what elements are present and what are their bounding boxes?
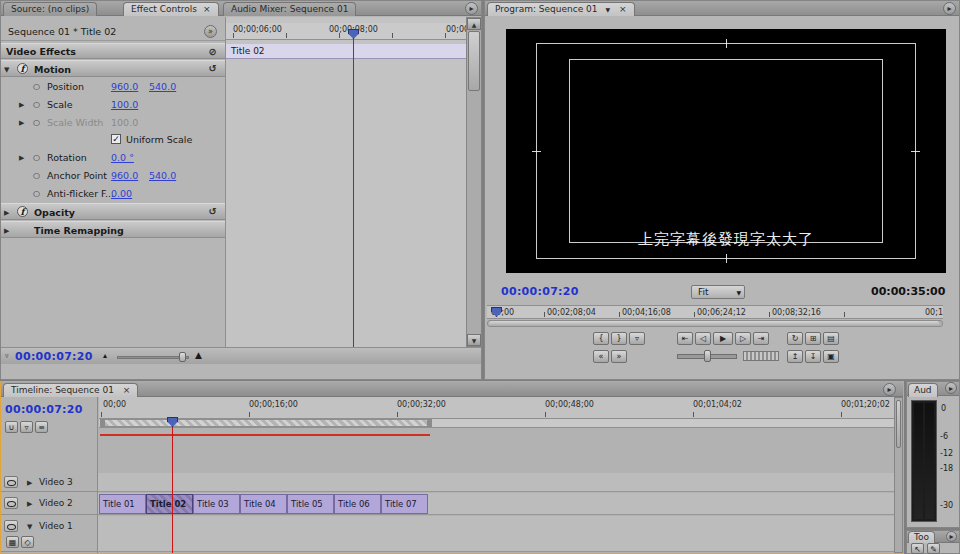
track-video3[interactable] [98, 473, 895, 492]
chevron-right-icon[interactable]: ▶ [27, 500, 32, 508]
marker-icon[interactable]: ▿ [5, 352, 9, 360]
close-icon[interactable]: × [619, 4, 627, 14]
stopwatch-icon[interactable]: ○ [33, 82, 40, 91]
close-icon[interactable]: × [123, 385, 131, 395]
eye-icon[interactable] [4, 476, 18, 488]
eye-icon[interactable] [4, 520, 18, 532]
sequence-marker-icon[interactable]: ▿ [20, 421, 33, 433]
chevron-down-icon[interactable]: ▼ [605, 6, 610, 13]
extract-button[interactable]: ↧ [805, 350, 821, 363]
scroll-thumb[interactable] [468, 31, 480, 91]
clip-title-02[interactable]: Title 02 [146, 494, 193, 514]
scroll-down-icon[interactable]: ▼ [467, 334, 481, 346]
stopwatch-icon[interactable]: ○ [33, 100, 40, 109]
step-back-button[interactable]: ◁ [695, 332, 711, 345]
timeline-settings-icon[interactable]: ≡ [35, 421, 48, 433]
rotation-value[interactable]: 0.0 ° [111, 152, 134, 163]
chevron-down-icon[interactable]: ▼ [27, 523, 32, 531]
panel-menu-icon[interactable]: ▸ [943, 2, 956, 15]
program-timecode[interactable]: 00:00:07:20 [501, 285, 579, 298]
clip-title-01[interactable]: Title 01 [99, 494, 146, 514]
tab-audio-mixer[interactable]: Audio Mixer: Sequence 01 [223, 2, 356, 16]
panel-menu-icon[interactable]: ▸ [883, 383, 896, 396]
clip-title-06[interactable]: Title 06 [334, 494, 381, 514]
selection-tool-icon[interactable]: ↖ [911, 543, 924, 554]
chevron-right-icon[interactable]: ▶ [19, 101, 24, 109]
keyframe-cti-line[interactable] [353, 38, 354, 347]
viewing-area-bar[interactable] [487, 320, 943, 327]
snap-icon[interactable]: ∪ [5, 421, 18, 433]
motion-group-row[interactable]: ▼ f Motion ↺ [1, 60, 225, 77]
go-to-out-button[interactable]: ⇥ [753, 332, 769, 345]
effect-timecode[interactable]: 00:00:07:20 [15, 350, 93, 363]
anti-flicker-value[interactable]: 0.00 [111, 188, 132, 199]
work-area-bar[interactable] [100, 419, 432, 427]
tab-effect-controls[interactable]: Effect Controls× [123, 2, 219, 16]
keyframe-timeline[interactable]: 00;00;06;00 00;00;08;00 00;00 Title 02 [226, 17, 466, 347]
lift-button[interactable]: ↥ [787, 350, 803, 363]
fx-toggle-icon[interactable]: f [17, 206, 28, 217]
tab-timeline[interactable]: Timeline: Sequence 01 × [3, 383, 138, 397]
shuttle-thumb[interactable] [704, 350, 711, 362]
timeline-timecode[interactable]: 00:00:07:20 [5, 403, 83, 416]
fx-off-icon[interactable]: ⊘ [209, 46, 217, 57]
pen-tool-icon[interactable]: ✎ [927, 543, 940, 554]
chevron-right-icon[interactable]: ▶ [27, 479, 32, 487]
panel-menu-icon[interactable]: ▸ [946, 531, 957, 542]
fx-toggle-icon[interactable]: f [17, 63, 28, 74]
effect-scrollbar[interactable]: ▲ ▼ [466, 17, 482, 347]
output-button[interactable]: ▤ [823, 332, 839, 345]
clip-title-05[interactable]: Title 05 [287, 494, 334, 514]
close-icon[interactable]: × [203, 4, 211, 14]
scroll-up-icon[interactable]: ▲ [467, 18, 481, 30]
panel-menu-icon[interactable]: ▸ [465, 2, 478, 15]
keyframe-ruler[interactable]: 00;00;06;00 00;00;08;00 00;00 [226, 23, 466, 40]
play-button[interactable]: ▶ [713, 332, 733, 345]
tab-audio-meters[interactable]: Aud [908, 383, 938, 397]
clip-title-04[interactable]: Title 04 [240, 494, 287, 514]
safe-margins-button[interactable]: ⊞ [805, 332, 821, 345]
set-in-point-button[interactable]: { [593, 332, 609, 345]
export-frame-button[interactable]: ▣ [823, 350, 839, 363]
zoom-in-icon[interactable]: ▲ [195, 350, 202, 360]
go-to-next-marker-button[interactable]: » [611, 350, 627, 363]
track-video1[interactable] [98, 516, 895, 552]
go-to-prev-marker-button[interactable]: « [593, 350, 609, 363]
tab-source[interactable]: Source: (no clips) [3, 2, 97, 16]
display-style-icon[interactable]: ▦ [6, 536, 19, 548]
chevron-right-icon[interactable]: ▶ [19, 154, 24, 162]
scroll-thumb[interactable] [896, 400, 901, 448]
program-ruler[interactable]: 00;00 00;02;08;04 00;04;16;08 00;06;24;1… [487, 305, 943, 319]
eye-icon[interactable] [4, 497, 18, 509]
position-x-value[interactable]: 960.0 [111, 81, 138, 92]
jog-disk[interactable] [743, 351, 779, 361]
chevron-down-icon[interactable]: ▼ [4, 66, 9, 74]
chevron-right-icon[interactable]: ▶ [4, 209, 9, 217]
fit-dropdown[interactable]: Fit ▼ [691, 285, 745, 299]
position-y-value[interactable]: 540.0 [149, 81, 176, 92]
reset-icon[interactable]: ↺ [209, 206, 217, 217]
add-marker-button[interactable]: ▿ [629, 332, 645, 345]
track-video2[interactable]: Title 01 Title 02 Title 03 Title 04 Titl… [98, 493, 895, 515]
uniform-scale-checkbox[interactable]: ✓ [111, 134, 121, 144]
work-area-start-handle[interactable] [100, 419, 105, 427]
chevron-right-icon[interactable]: ▶ [4, 227, 9, 235]
reset-icon[interactable]: ↺ [209, 63, 217, 74]
panel-menu-icon[interactable]: ▸ [945, 382, 957, 394]
stopwatch-icon[interactable]: ○ [33, 189, 40, 198]
tab-tools[interactable]: Too [908, 531, 935, 543]
clip-title-07[interactable]: Title 07 [381, 494, 428, 514]
timeline-cti-line[interactable] [172, 426, 173, 553]
anchor-x-value[interactable]: 960.0 [111, 170, 138, 181]
collapse-effects-icon[interactable]: » [204, 25, 217, 38]
stopwatch-icon[interactable]: ○ [33, 171, 40, 180]
tab-program[interactable]: Program: Sequence 01 ▼ × [487, 2, 635, 16]
timeline-scrollbar[interactable] [894, 397, 903, 553]
go-to-in-button[interactable]: ⇤ [677, 332, 693, 345]
anchor-y-value[interactable]: 540.0 [149, 170, 176, 181]
work-area-end-handle[interactable] [427, 419, 432, 427]
loop-button[interactable]: ↻ [787, 332, 803, 345]
viewing-area-thumb[interactable] [489, 321, 939, 326]
stopwatch-icon[interactable]: ○ [33, 153, 40, 162]
zoom-slider-thumb[interactable] [179, 352, 186, 362]
